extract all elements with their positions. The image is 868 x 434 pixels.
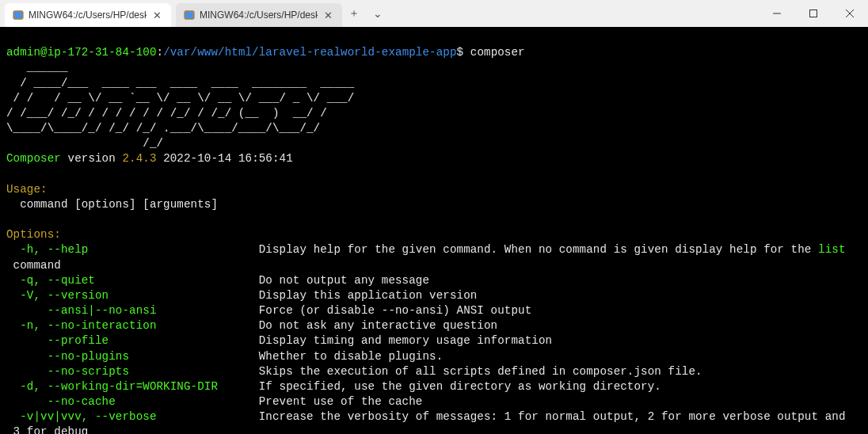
prompt-dollar: $ [457,46,464,59]
option-desc: Display this application version [259,289,478,302]
option-desc: Do not output any message [259,274,429,287]
version-date: 2022-10-14 16:56:41 [157,152,293,165]
option-desc: Increase the verbosity of messages: 1 fo… [259,410,846,423]
tab-2[interactable]: MINGW64:/c/Users/HP/desktop ✕ [176,3,342,27]
option-flag: --profile [6,334,259,347]
terminal-icon [184,10,195,21]
prompt-user: admin@ip-172-31-84-100 [6,46,157,59]
ascii-line: ______ [6,61,68,74]
option-desc: Do not ask any interactive question [259,319,498,332]
tabs: MINGW64:/c/Users/HP/deskto ✕ MINGW64:/c/… [0,0,342,27]
new-tab-button[interactable]: ＋ [342,0,366,27]
option-flag: --no-plugins [6,350,259,363]
tab-label: MINGW64:/c/Users/HP/deskto [29,10,147,21]
option-trail: list [818,243,845,256]
tab-1[interactable]: MINGW64:/c/Users/HP/deskto ✕ [5,3,171,27]
ascii-line: /_/ [6,137,163,150]
option-flag: --no-cache [6,395,259,408]
option-flag: --ansi|--no-ansi [6,304,259,317]
tab-dropdown-button[interactable]: ⌄ [366,0,390,27]
option-flag: -d, --working-dir=WORKING-DIR [6,380,259,393]
composer-word: Composer [6,152,61,165]
ascii-line: / ____/___ ____ ___ ____ ____ ________ _… [6,77,354,89]
ascii-line: / /___/ /_/ / / / / / / /_/ / /_/ (__ ) … [6,107,327,120]
option-desc: Prevent use of the cache [259,395,423,408]
option-desc: Force (or disable --no-ansi) ANSI output [259,304,532,317]
option-flag: -n, --no-interaction [6,319,259,332]
option-wrap: command [6,259,61,272]
titlebar: MINGW64:/c/Users/HP/deskto ✕ MINGW64:/c/… [0,0,868,27]
drag-region[interactable] [390,0,759,27]
prompt-cmd: composer [470,46,525,59]
option-wrap: 3 for debug [6,425,88,434]
usage-header: Usage: [6,183,48,196]
ascii-line: / / / __ \/ __ `__ \/ __ \/ __ \/ ___/ _… [6,92,354,105]
option-desc: Whether to disable plugins. [259,350,444,363]
ascii-line: \____/\____/_/ /_/ /_/ .___/\____/____/\… [6,122,320,135]
option-desc: If specified, use the given directory as… [259,380,661,393]
option-flag: -V, --version [6,289,259,302]
option-desc: Skips the execution of all scripts defin… [259,365,702,378]
svg-rect-0 [13,11,23,20]
version-word: version [61,152,123,165]
option-desc: Display help for the given command. When… [259,243,818,256]
usage-body: command [options] [arguments] [6,198,218,211]
maximize-button[interactable] [795,0,832,27]
svg-rect-5 [810,10,817,17]
option-flag: -q, --quiet [6,274,259,287]
options-header: Options: [6,228,61,241]
tab-label: MINGW64:/c/Users/HP/desktop [200,10,318,21]
close-icon[interactable]: ✕ [151,10,163,21]
close-window-button[interactable] [832,0,868,27]
close-icon[interactable]: ✕ [322,10,334,21]
terminal-output[interactable]: admin@ip-172-31-84-100:/var/www/html/lar… [0,27,868,434]
prompt-sep: : [157,46,164,59]
terminal-icon [13,10,24,21]
option-flag: -h, --help [6,243,259,256]
option-flag: --no-scripts [6,365,259,378]
minimize-button[interactable] [759,0,795,27]
svg-rect-2 [185,11,194,20]
option-desc: Display timing and memory usage informat… [259,334,552,347]
options-list: -h, --help Display help for the given co… [6,242,862,434]
prompt-path: /var/www/html/laravel-realworld-example-… [163,46,456,59]
option-flag: -v|vv|vvv, --verbose [6,410,259,423]
version-number: 2.4.3 [122,152,156,165]
